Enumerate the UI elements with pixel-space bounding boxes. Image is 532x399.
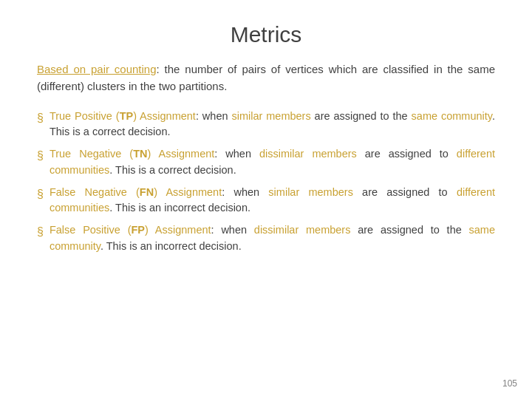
tp-colon: : when: [196, 110, 232, 122]
tn-rest: are assigned to: [357, 148, 457, 160]
tp-highlight1: similar members: [231, 110, 310, 122]
bullet-marker-fp: §: [37, 223, 44, 241]
fn-end: . This is an incorrect decision.: [109, 202, 250, 214]
bullet-list: § True Positive (TP) Assignment: when si…: [37, 109, 495, 255]
fp-highlight1: dissimilar members: [254, 224, 351, 236]
tn-highlight1: dissimilar members: [259, 148, 357, 160]
bullet-item-tn: § True Negative (TN) Assignment: when di…: [37, 146, 495, 179]
slide-title: Metrics: [37, 22, 495, 47]
fn-colon: : when: [222, 186, 268, 198]
fp-colon: : when: [211, 224, 254, 236]
fn-highlight1: similar members: [268, 186, 353, 198]
tp-label: True Positive (TP) Assignment: [50, 110, 196, 122]
bullet-item-fp: § False Positive (FP) Assignment: when d…: [37, 222, 495, 255]
intro-paragraph: Based on pair counting: the number of pa…: [37, 61, 495, 95]
slide-container: Metrics Based on pair counting: the numb…: [0, 0, 532, 399]
tp-rest: are assigned to the: [311, 110, 412, 122]
tn-colon: : when: [214, 148, 259, 160]
fp-rest: are assigned to the: [350, 224, 468, 236]
bullet-content-fn: False Negative (FN) Assignment: when sim…: [50, 185, 495, 217]
fp-end: . This is an incorrect decision.: [100, 240, 242, 252]
intro-underline-text: Based on pair counting: [37, 63, 157, 75]
bullet-item-fn: § False Negative (FN) Assignment: when s…: [37, 185, 495, 217]
fn-label: False Negative (FN) Assignment: [50, 186, 222, 198]
bullet-marker-tn: §: [37, 147, 44, 165]
tn-end: . This is a correct decision.: [109, 164, 236, 176]
bullet-content-fp: False Positive (FP) Assignment: when dis…: [50, 222, 495, 255]
bullet-content-tp: True Positive (TP) Assignment: when simi…: [50, 109, 495, 141]
bullet-marker-tp: §: [37, 109, 44, 127]
page-number: 105: [502, 378, 517, 389]
tn-label: True Negative (TN) Assignment: [50, 148, 214, 160]
fp-label: False Positive (FP) Assignment: [50, 224, 211, 236]
bullet-item-tp: § True Positive (TP) Assignment: when si…: [37, 109, 495, 141]
tp-highlight2: same community: [412, 110, 492, 122]
bullet-content-tn: True Negative (TN) Assignment: when diss…: [50, 146, 495, 179]
fn-rest: are assigned to: [353, 186, 457, 198]
bullet-marker-fn: §: [37, 185, 44, 203]
